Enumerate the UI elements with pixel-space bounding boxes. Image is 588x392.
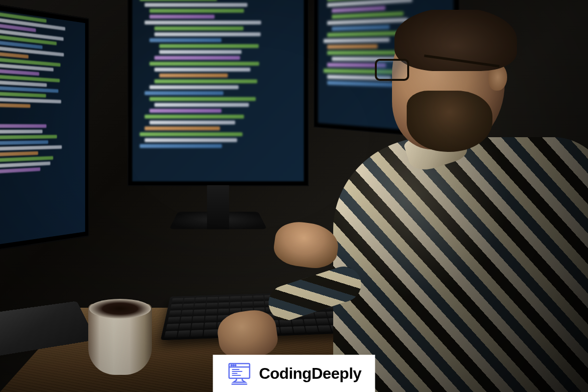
person-programmer: [333, 10, 588, 392]
monitor-center: [127, 0, 309, 186]
screen-center: [132, 0, 304, 181]
plaid-shirt: [333, 137, 588, 392]
svg-point-2: [231, 365, 232, 366]
photo-scene: CodingDeeply: [0, 0, 588, 392]
brand-name: CodingDeeply: [259, 365, 361, 383]
eyeglasses: [375, 59, 426, 83]
svg-point-4: [235, 365, 236, 366]
screen-left: [0, 7, 85, 248]
monitor-left: [0, 0, 89, 255]
hand-on-mouse: [271, 219, 341, 271]
brand-watermark: CodingDeeply: [213, 355, 375, 392]
svg-point-3: [233, 365, 234, 366]
computer-code-icon: [226, 362, 252, 385]
coffee-mug: [88, 304, 157, 377]
